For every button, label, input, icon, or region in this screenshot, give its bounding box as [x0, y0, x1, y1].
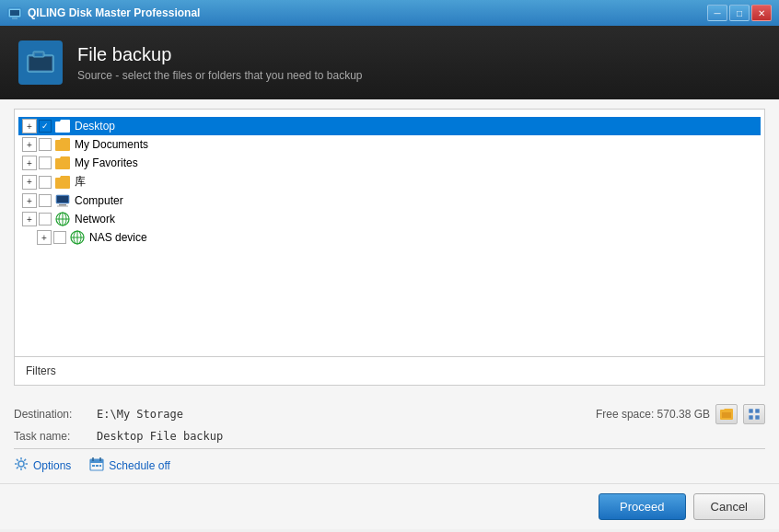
destination-value: E:\My Storage: [97, 408, 183, 421]
checkbox-my-favorites[interactable]: [39, 156, 52, 169]
expand-ku[interactable]: +: [22, 175, 37, 190]
tree-label-my-documents: My Documents: [75, 138, 148, 151]
checkbox-nas[interactable]: [53, 231, 66, 244]
title-bar: QILING Disk Master Professional ─ □ ✕: [0, 0, 779, 26]
tree-item-ku[interactable]: + 库: [18, 172, 761, 191]
window-title: QILING Disk Master Professional: [28, 6, 702, 19]
task-name-row: Task name: Desktop File backup: [14, 430, 765, 443]
svg-rect-8: [57, 196, 68, 202]
svg-line-29: [17, 459, 18, 461]
expand-my-favorites[interactable]: +: [22, 156, 37, 170]
filters-label: Filters: [26, 364, 56, 377]
svg-rect-2: [12, 17, 17, 19]
svg-rect-20: [749, 409, 753, 413]
svg-line-30: [24, 467, 26, 468]
svg-line-32: [17, 467, 18, 468]
tree-item-desktop[interactable]: + ✓ Desktop: [18, 117, 761, 135]
expand-nas[interactable]: +: [37, 230, 52, 245]
action-bar: Proceed Cancel: [0, 483, 779, 529]
tree-label-computer: Computer: [75, 194, 123, 207]
expand-computer[interactable]: +: [22, 193, 37, 208]
folder-icon-my-favorites: [54, 156, 71, 170]
close-button[interactable]: ✕: [751, 5, 772, 21]
svg-rect-1: [10, 10, 19, 16]
expand-my-documents[interactable]: +: [22, 137, 37, 152]
header-text: File backup Source - select the files or…: [77, 44, 363, 82]
schedule-item[interactable]: Schedule off: [89, 457, 170, 474]
tree-label-network: Network: [75, 213, 115, 226]
maximize-button[interactable]: □: [729, 5, 750, 21]
svg-rect-38: [96, 465, 99, 467]
folder-icon-desktop: [54, 119, 71, 133]
divider: [14, 448, 765, 449]
folder-icon-ku: [54, 175, 71, 190]
gear-icon: [14, 457, 29, 474]
tree-label-desktop: Desktop: [75, 120, 115, 133]
tree-item-my-favorites[interactable]: + My Favorites: [18, 154, 761, 172]
tree-label-nas: NAS device: [89, 231, 147, 244]
window-controls[interactable]: ─ □ ✕: [707, 5, 772, 21]
free-space-text: Free space: 570.38 GB: [596, 408, 710, 421]
svg-rect-39: [99, 465, 101, 467]
options-item[interactable]: Options: [14, 457, 71, 474]
app-icon: [7, 6, 22, 20]
tree-label-ku: 库: [75, 174, 86, 190]
expand-desktop[interactable]: +: [22, 119, 37, 133]
tree-item-my-documents[interactable]: + My Documents: [18, 135, 761, 154]
nas-icon: [69, 230, 86, 245]
network-icon: [54, 212, 71, 226]
svg-rect-23: [755, 415, 760, 420]
svg-rect-34: [90, 459, 103, 463]
checkbox-ku[interactable]: [39, 176, 52, 189]
cancel-button[interactable]: Cancel: [693, 493, 765, 520]
grid-view-button[interactable]: [743, 404, 765, 424]
destination-row: Destination: E:\My Storage Free space: 5…: [14, 404, 765, 424]
header-icon: [18, 40, 63, 85]
bottom-area: Destination: E:\My Storage Free space: 5…: [0, 395, 779, 483]
tree-item-computer[interactable]: + Computer: [18, 191, 761, 210]
tree-item-network[interactable]: + Network: [18, 210, 761, 228]
page-subtitle: Source - select the files or folders tha…: [77, 69, 363, 82]
checkbox-my-documents[interactable]: [39, 138, 52, 151]
expand-network[interactable]: +: [22, 212, 37, 226]
folder-icon-my-documents: [54, 137, 71, 152]
checkbox-desktop[interactable]: ✓: [39, 120, 52, 133]
task-name-label: Task name:: [14, 430, 97, 443]
browse-button[interactable]: [715, 404, 738, 424]
svg-line-31: [24, 459, 26, 461]
destination-label: Destination:: [14, 408, 97, 421]
svg-rect-19: [722, 412, 731, 418]
svg-rect-4: [29, 57, 52, 70]
svg-rect-21: [755, 409, 760, 413]
svg-rect-6: [35, 53, 42, 56]
computer-icon: [54, 193, 71, 208]
options-label: Options: [33, 459, 71, 472]
checkbox-computer[interactable]: [39, 194, 52, 207]
tree-item-nas-device[interactable]: + NAS device: [18, 228, 761, 247]
calendar-icon: [89, 457, 104, 474]
filters-bar[interactable]: Filters: [14, 357, 765, 386]
minimize-button[interactable]: ─: [707, 5, 727, 21]
app-header: File backup Source - select the files or…: [0, 26, 779, 99]
svg-rect-9: [59, 204, 66, 206]
page-title: File backup: [77, 44, 363, 65]
tree-label-my-favorites: My Favorites: [75, 156, 138, 169]
svg-point-24: [18, 461, 24, 467]
file-tree[interactable]: + ✓ Desktop + My Documents +: [14, 109, 765, 357]
main-content: + ✓ Desktop + My Documents +: [0, 99, 779, 395]
task-name-value: Desktop File backup: [97, 430, 223, 443]
options-row: Options Schedule off: [14, 457, 765, 474]
svg-rect-37: [92, 465, 95, 467]
destination-right: Free space: 570.38 GB: [596, 404, 765, 424]
checkbox-network[interactable]: [39, 213, 52, 226]
svg-rect-10: [57, 206, 68, 207]
schedule-label: Schedule off: [109, 459, 170, 472]
svg-rect-22: [749, 415, 753, 420]
proceed-button[interactable]: Proceed: [599, 493, 685, 520]
destination-left: Destination: E:\My Storage: [14, 408, 183, 421]
